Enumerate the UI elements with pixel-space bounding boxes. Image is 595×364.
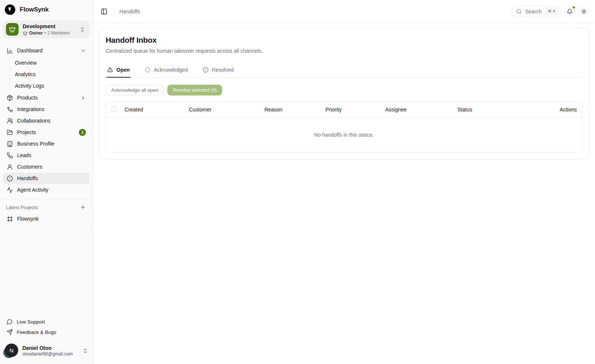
column-header-actions: Actions xyxy=(522,102,582,117)
sidebar-spacer xyxy=(0,233,93,316)
empty-state-message: No handoffs in this status. xyxy=(106,117,582,152)
column-header-priority: Priority xyxy=(322,102,382,117)
alert-circle-icon xyxy=(7,175,13,182)
tab-label: Resolved xyxy=(212,67,234,73)
user-menu[interactable]: N Daniel Otoo otoodaniel56@gmail.com xyxy=(0,340,93,364)
table-header-row: CreatedCustomerReasonPriorityAssigneeSta… xyxy=(106,102,582,117)
search-kbd: ⌘ K xyxy=(545,8,558,15)
topbar: Handoffs Search ⌘ K xyxy=(93,0,595,23)
sidebar-toggle-button[interactable] xyxy=(99,6,109,17)
search-icon xyxy=(516,9,522,14)
handoff-inbox-card: Handoff Inbox Centralized queue for huma… xyxy=(99,28,589,159)
package-icon xyxy=(7,95,13,101)
tab-open[interactable]: Open xyxy=(106,66,131,77)
breadcrumb: Handoffs xyxy=(119,9,140,14)
topbar-separator xyxy=(114,7,115,16)
column-header-status: Status xyxy=(454,102,522,117)
user-name: Daniel Otoo xyxy=(22,345,79,351)
building-icon xyxy=(7,141,13,147)
add-project-button[interactable] xyxy=(80,204,86,210)
tab-resolved[interactable]: Resolved xyxy=(202,66,234,77)
sidebar-item-label: Products xyxy=(17,95,38,101)
resolve-selected-button[interactable]: Resolve selected (0) xyxy=(167,85,222,95)
sidebar-item-projects[interactable]: Projects1 xyxy=(3,127,90,138)
workspace-name: Development xyxy=(23,23,55,29)
workflow-icon xyxy=(7,106,13,113)
activity-icon xyxy=(7,187,13,193)
user-email: otoodaniel56@gmail.com xyxy=(22,351,79,357)
send-icon xyxy=(7,329,13,335)
sidebar-item-label: Agent Activity xyxy=(17,187,48,193)
chevrons-up-down-icon xyxy=(83,348,88,354)
bulk-actions: Acknowledge all open Resolve selected (0… xyxy=(106,85,582,95)
acknowledge-all-button[interactable]: Acknowledge all open xyxy=(106,85,164,95)
theme-toggle-button[interactable] xyxy=(578,6,589,17)
sidebar-divider xyxy=(0,199,93,200)
sidebar-subitem-activity-logs[interactable]: Activity Logs xyxy=(11,80,90,91)
message-circle-icon xyxy=(7,319,13,325)
check-circle-icon xyxy=(203,67,209,73)
sidebar-link-live-support[interactable]: Live Support xyxy=(3,316,90,327)
sidebar-subitem-overview[interactable]: Overview xyxy=(11,57,90,68)
user-icon xyxy=(7,164,13,170)
project-item-label: Flowsynk xyxy=(17,216,39,222)
sidebar-item-integrations[interactable]: Integrations xyxy=(3,104,90,115)
page-title: Handoff Inbox xyxy=(106,36,582,45)
sidebar-item-label: Dashboard xyxy=(17,48,43,53)
sidebar-subitem-analytics[interactable]: Analytics xyxy=(11,68,90,80)
content: Handoff Inbox Centralized queue for huma… xyxy=(93,23,595,364)
sidebar-nav: DashboardOverviewAnalyticsActivity LogsP… xyxy=(0,45,93,196)
project-item-flowsynk[interactable]: Flowsynk xyxy=(3,213,90,224)
sidebar-item-business-profile[interactable]: Business Profile xyxy=(3,138,90,149)
brand: FlowSynk xyxy=(0,0,93,18)
workspace-avatar xyxy=(6,23,19,36)
user-info: Daniel Otoo otoodaniel56@gmail.com xyxy=(22,345,79,357)
tab-label: Acknowledged xyxy=(154,67,188,73)
latest-projects-list: Flowsynk xyxy=(0,213,93,225)
sidebar-item-dashboard[interactable]: Dashboard xyxy=(3,45,90,56)
avatar: N xyxy=(4,343,19,358)
users-icon xyxy=(7,118,13,124)
sidebar-item-handoffs[interactable]: Handoffs xyxy=(3,173,90,184)
status-tabs: OpenAcknowledgedResolved xyxy=(106,66,582,78)
sidebar-link-feedback-bugs[interactable]: Feedback & Bugs xyxy=(3,327,90,337)
bar-chart-icon xyxy=(7,48,13,54)
workspace-switcher[interactable]: Development Owner • 2 Members xyxy=(3,20,90,38)
panel-left-icon xyxy=(101,8,107,15)
column-header-assignee: Assignee xyxy=(382,102,454,117)
sidebar-item-products[interactable]: Products xyxy=(3,92,90,103)
column-header-customer: Customer xyxy=(185,102,261,117)
topbar-right: Search ⌘ K xyxy=(511,6,589,17)
chevron-right-icon xyxy=(80,95,86,101)
select-all-checkbox[interactable] xyxy=(111,106,116,112)
crown-icon xyxy=(9,26,16,33)
crown-icon xyxy=(23,31,28,36)
sidebar-link-label: Feedback & Bugs xyxy=(17,329,57,335)
workspace-role: Owner xyxy=(29,30,43,36)
tab-acknowledged[interactable]: Acknowledged xyxy=(144,66,189,77)
notifications-button[interactable] xyxy=(564,6,575,17)
search-button[interactable]: Search ⌘ K xyxy=(511,6,561,17)
sidebar-item-label: Collaborations xyxy=(17,118,51,124)
sidebar-divider xyxy=(0,228,93,229)
sidebar-item-collaborations[interactable]: Collaborations xyxy=(3,115,90,126)
avatar-initial: N xyxy=(5,344,18,357)
table-empty-row: No handoffs in this status. xyxy=(106,117,582,152)
projects-count-badge: 1 xyxy=(79,129,86,136)
column-header-created: Created xyxy=(121,102,185,117)
sidebar-item-customers[interactable]: Customers xyxy=(3,161,90,172)
sidebar-item-agent-activity[interactable]: Agent Activity xyxy=(3,184,90,195)
sidebar-item-label: Integrations xyxy=(17,106,44,112)
main-area: Handoffs Search ⌘ K Handoff Inbox Centra… xyxy=(93,0,595,364)
phone-icon xyxy=(7,152,13,159)
workspace-meta: Owner • 2 Members xyxy=(23,30,75,36)
sidebar-item-label: Handoffs xyxy=(17,175,38,181)
sidebar-item-leads[interactable]: Leads xyxy=(3,150,90,161)
sidebar-subnav-dashboard: OverviewAnalyticsActivity Logs xyxy=(9,57,90,91)
sidebar: FlowSynk Development Owner • 2 Members D… xyxy=(0,0,93,364)
bell-icon xyxy=(567,9,573,14)
chevrons-up-down-icon xyxy=(80,27,85,32)
select-all-header-cell xyxy=(106,102,121,117)
sidebar-footer-links: Live SupportFeedback & Bugs xyxy=(0,316,93,340)
brand-name: FlowSynk xyxy=(20,6,49,13)
